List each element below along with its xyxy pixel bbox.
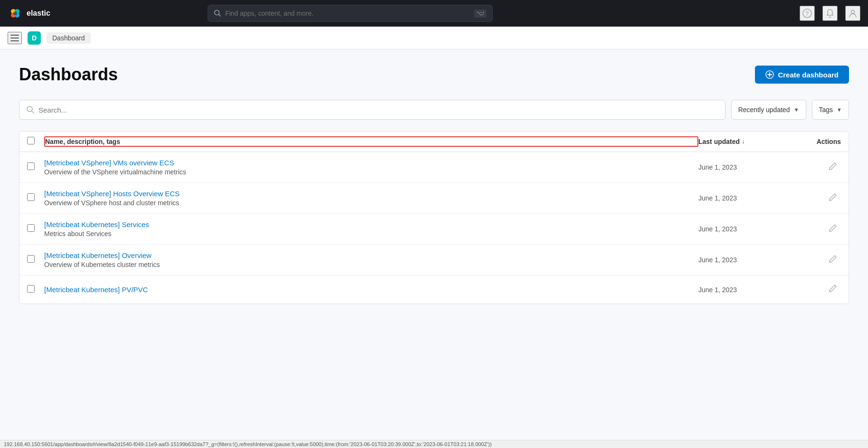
table-row: [Metricbeat VSphere] Hosts Overview ECS …	[19, 183, 849, 214]
edit-icon-button-3[interactable]	[825, 253, 841, 267]
search-icon	[214, 10, 221, 17]
row-name-col: [Metricbeat Kubernetes] Overview Overvie…	[44, 251, 698, 268]
breadcrumb-dashboard[interactable]: Dashboard	[47, 32, 91, 44]
tags-chevron-down-icon: ▼	[837, 107, 842, 113]
create-dashboard-label: Create dashboard	[778, 71, 839, 79]
dashboard-link-1[interactable]: [Metricbeat VSphere] Hosts Overview ECS	[44, 190, 180, 198]
dashboards-table: Name, description, tags Last updated ↓ A…	[19, 131, 849, 304]
row-actions-4	[793, 282, 841, 297]
pencil-icon	[829, 284, 837, 293]
table-row: [Metricbeat Kubernetes] Services Metrics…	[19, 214, 849, 245]
dashboard-link-3[interactable]: [Metricbeat Kubernetes] Overview	[44, 251, 152, 259]
svg-point-9	[851, 10, 855, 14]
tags-label: Tags	[819, 106, 833, 114]
create-dashboard-button[interactable]: Create dashboard	[755, 66, 849, 84]
col-header-name: Name, description, tags	[45, 138, 120, 145]
search-shortcut: ⌥/	[474, 10, 486, 18]
elastic-logo-text: elastic	[27, 9, 50, 18]
row-checkbox-col	[27, 285, 44, 295]
row-checkbox-col	[27, 224, 44, 234]
row-name-col: [Metricbeat VSphere] VMs overview ECS Ov…	[44, 159, 698, 176]
table-body: [Metricbeat VSphere] VMs overview ECS Ov…	[19, 152, 849, 304]
row-checkbox-0[interactable]	[27, 162, 35, 170]
table-row: [Metricbeat Kubernetes] PV/PVC June 1, 2…	[19, 276, 849, 304]
dashboard-desc-3: Overview of Kubernetes cluster metrics	[44, 261, 698, 268]
list-search-input[interactable]	[38, 106, 718, 114]
global-search-bar[interactable]: ⌥/	[208, 5, 493, 22]
row-checkbox-col	[27, 255, 44, 265]
user-icon-button[interactable]	[845, 6, 860, 21]
row-updated-1: June 1, 2023	[698, 194, 793, 202]
col-header-updated-cell: Last updated ↓	[698, 138, 793, 145]
row-checkbox-col	[27, 193, 44, 203]
edit-icon-button-2[interactable]	[825, 222, 841, 237]
col-header-name-cell: Name, description, tags	[44, 136, 698, 147]
col-header-actions-cell: Actions	[793, 137, 841, 146]
col-header-actions: Actions	[817, 138, 841, 145]
dashboard-desc-0: Overview of the VSphere virtualmachine m…	[44, 168, 698, 176]
edit-icon-button-0[interactable]	[825, 160, 841, 175]
row-name-col: [Metricbeat Kubernetes] Services Metrics…	[44, 220, 698, 238]
list-search-icon	[26, 105, 35, 114]
edit-icon-button-4[interactable]	[825, 282, 841, 297]
row-updated-0: June 1, 2023	[698, 163, 793, 171]
row-name-col: [Metricbeat VSphere] Hosts Overview ECS …	[44, 190, 698, 207]
help-icon: ?	[802, 8, 812, 19]
status-bar: 192.168.40.150:5601/app/dashboards#/view…	[0, 440, 868, 448]
nav-icons: ?	[800, 6, 860, 21]
user-icon	[848, 8, 858, 19]
sort-chevron-down-icon: ▼	[794, 107, 799, 113]
main-content: Dashboards Create dashboard Recently upd…	[0, 49, 868, 448]
dashboard-link-0[interactable]: [Metricbeat VSphere] VMs overview ECS	[44, 159, 174, 167]
dashboard-desc-1: Overview of VSphere host and cluster met…	[44, 199, 698, 207]
svg-text:?: ?	[805, 10, 809, 17]
pencil-icon	[829, 162, 837, 171]
page-title: Dashboards	[19, 65, 118, 85]
row-checkbox-col	[27, 162, 44, 172]
global-search-container: ⌥/	[208, 5, 493, 22]
top-navigation: elastic ⌥/ ?	[0, 0, 868, 27]
help-icon-button[interactable]: ?	[800, 6, 815, 21]
list-search-container[interactable]	[19, 100, 725, 120]
hamburger-line	[10, 35, 19, 36]
notifications-icon-button[interactable]	[822, 6, 838, 21]
svg-point-11	[27, 106, 32, 112]
row-checkbox-2[interactable]	[27, 224, 35, 232]
svg-point-5	[13, 11, 17, 15]
row-actions-1	[793, 191, 841, 206]
select-all-checkbox[interactable]	[27, 137, 35, 144]
row-checkbox-4[interactable]	[27, 285, 35, 293]
status-bar-text: 192.168.40.150:5601/app/dashboards#/view…	[4, 441, 492, 447]
col-header-updated[interactable]: Last updated ↓	[698, 138, 793, 145]
elastic-logo[interactable]: elastic	[8, 6, 50, 21]
row-actions-0	[793, 160, 841, 175]
bell-icon	[825, 8, 835, 19]
table-row: [Metricbeat VSphere] VMs overview ECS Ov…	[19, 152, 849, 183]
global-search-input[interactable]	[225, 10, 470, 17]
row-checkbox-1[interactable]	[27, 193, 35, 201]
row-checkbox-3[interactable]	[27, 255, 35, 263]
table-row: [Metricbeat Kubernetes] Overview Overvie…	[19, 245, 849, 276]
row-actions-3	[793, 253, 841, 267]
pencil-icon	[829, 193, 837, 201]
hamburger-menu-button[interactable]	[8, 32, 22, 44]
tags-dropdown[interactable]: Tags ▼	[812, 100, 849, 120]
page-header: Dashboards Create dashboard	[19, 65, 849, 85]
plus-icon	[765, 70, 774, 79]
sort-dropdown[interactable]: Recently updated ▼	[731, 100, 806, 120]
filter-row: Recently updated ▼ Tags ▼	[19, 100, 849, 120]
dashboard-link-4[interactable]: [Metricbeat Kubernetes] PV/PVC	[44, 286, 148, 294]
table-header: Name, description, tags Last updated ↓ A…	[19, 132, 849, 152]
hamburger-line	[10, 38, 19, 38]
sort-label: Recently updated	[738, 106, 790, 114]
hamburger-line	[10, 40, 19, 41]
app-badge: D	[28, 31, 41, 45]
select-all-checkbox-col	[27, 137, 44, 146]
row-updated-3: June 1, 2023	[698, 256, 793, 264]
row-updated-4: June 1, 2023	[698, 286, 793, 294]
row-actions-2	[793, 222, 841, 237]
edit-icon-button-1[interactable]	[825, 191, 841, 206]
sort-down-icon: ↓	[742, 138, 744, 145]
row-name-col: [Metricbeat Kubernetes] PV/PVC	[44, 286, 698, 294]
dashboard-link-2[interactable]: [Metricbeat Kubernetes] Services	[44, 220, 149, 229]
